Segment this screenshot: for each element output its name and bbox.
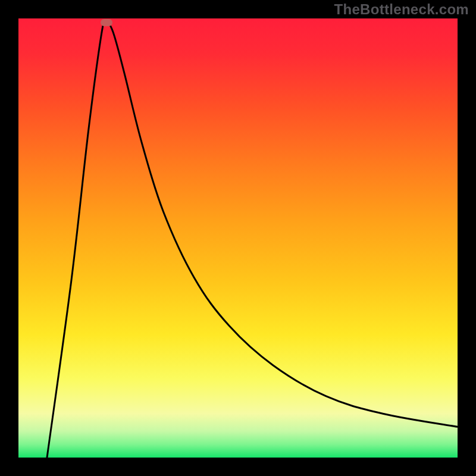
plot-area xyxy=(18,18,458,458)
curve-path xyxy=(47,20,458,458)
bottleneck-curve xyxy=(18,18,458,458)
watermark-text: TheBottleneck.com xyxy=(334,1,469,18)
chart-frame: TheBottleneck.com xyxy=(0,0,476,476)
bottleneck-marker xyxy=(101,19,112,26)
